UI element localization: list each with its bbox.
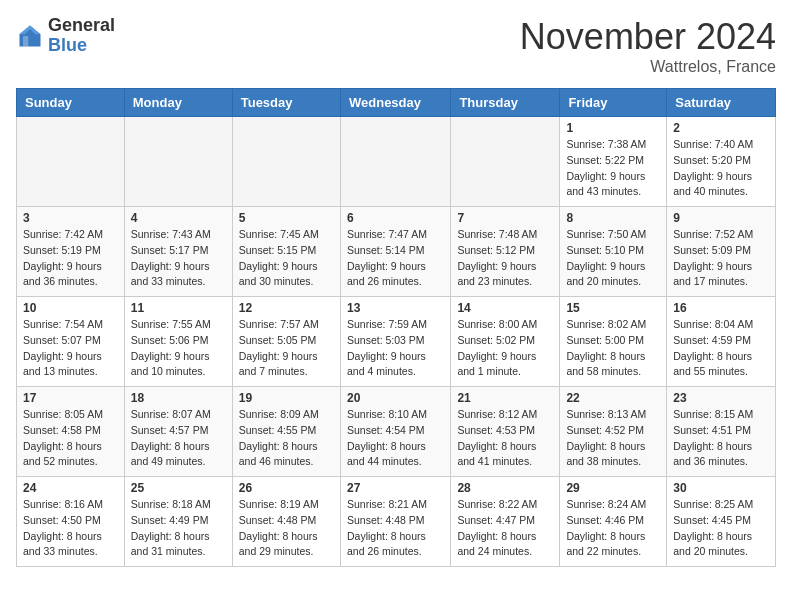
month-title: November 2024 bbox=[520, 16, 776, 58]
day-info: Sunrise: 7:52 AMSunset: 5:09 PMDaylight:… bbox=[673, 227, 769, 290]
day-number: 6 bbox=[347, 211, 444, 225]
calendar-cell: 9Sunrise: 7:52 AMSunset: 5:09 PMDaylight… bbox=[667, 207, 776, 297]
logo-text: General Blue bbox=[48, 16, 115, 56]
calendar-week-2: 3Sunrise: 7:42 AMSunset: 5:19 PMDaylight… bbox=[17, 207, 776, 297]
calendar-week-4: 17Sunrise: 8:05 AMSunset: 4:58 PMDayligh… bbox=[17, 387, 776, 477]
calendar-cell: 27Sunrise: 8:21 AMSunset: 4:48 PMDayligh… bbox=[340, 477, 450, 567]
day-info: Sunrise: 7:48 AMSunset: 5:12 PMDaylight:… bbox=[457, 227, 553, 290]
day-number: 22 bbox=[566, 391, 660, 405]
day-header-tuesday: Tuesday bbox=[232, 89, 340, 117]
day-info: Sunrise: 7:42 AMSunset: 5:19 PMDaylight:… bbox=[23, 227, 118, 290]
calendar-cell: 21Sunrise: 8:12 AMSunset: 4:53 PMDayligh… bbox=[451, 387, 560, 477]
day-info: Sunrise: 8:02 AMSunset: 5:00 PMDaylight:… bbox=[566, 317, 660, 380]
day-number: 15 bbox=[566, 301, 660, 315]
day-info: Sunrise: 8:18 AMSunset: 4:49 PMDaylight:… bbox=[131, 497, 226, 560]
calendar-cell: 22Sunrise: 8:13 AMSunset: 4:52 PMDayligh… bbox=[560, 387, 667, 477]
day-number: 20 bbox=[347, 391, 444, 405]
day-number: 1 bbox=[566, 121, 660, 135]
day-number: 4 bbox=[131, 211, 226, 225]
day-header-monday: Monday bbox=[124, 89, 232, 117]
logo-icon bbox=[16, 22, 44, 50]
day-number: 30 bbox=[673, 481, 769, 495]
calendar-cell: 6Sunrise: 7:47 AMSunset: 5:14 PMDaylight… bbox=[340, 207, 450, 297]
calendar-cell: 4Sunrise: 7:43 AMSunset: 5:17 PMDaylight… bbox=[124, 207, 232, 297]
calendar-cell bbox=[17, 117, 125, 207]
day-header-friday: Friday bbox=[560, 89, 667, 117]
calendar-cell bbox=[451, 117, 560, 207]
svg-rect-2 bbox=[23, 36, 28, 47]
day-number: 3 bbox=[23, 211, 118, 225]
day-number: 18 bbox=[131, 391, 226, 405]
calendar-cell: 28Sunrise: 8:22 AMSunset: 4:47 PMDayligh… bbox=[451, 477, 560, 567]
calendar-cell: 1Sunrise: 7:38 AMSunset: 5:22 PMDaylight… bbox=[560, 117, 667, 207]
day-number: 27 bbox=[347, 481, 444, 495]
day-number: 16 bbox=[673, 301, 769, 315]
logo-general: General bbox=[48, 16, 115, 36]
day-info: Sunrise: 8:09 AMSunset: 4:55 PMDaylight:… bbox=[239, 407, 334, 470]
calendar-cell: 24Sunrise: 8:16 AMSunset: 4:50 PMDayligh… bbox=[17, 477, 125, 567]
day-info: Sunrise: 8:16 AMSunset: 4:50 PMDaylight:… bbox=[23, 497, 118, 560]
day-number: 11 bbox=[131, 301, 226, 315]
day-number: 29 bbox=[566, 481, 660, 495]
day-number: 14 bbox=[457, 301, 553, 315]
day-number: 2 bbox=[673, 121, 769, 135]
calendar-cell: 15Sunrise: 8:02 AMSunset: 5:00 PMDayligh… bbox=[560, 297, 667, 387]
calendar-cell bbox=[232, 117, 340, 207]
calendar-cell: 8Sunrise: 7:50 AMSunset: 5:10 PMDaylight… bbox=[560, 207, 667, 297]
day-number: 24 bbox=[23, 481, 118, 495]
calendar-cell: 16Sunrise: 8:04 AMSunset: 4:59 PMDayligh… bbox=[667, 297, 776, 387]
calendar-cell: 11Sunrise: 7:55 AMSunset: 5:06 PMDayligh… bbox=[124, 297, 232, 387]
day-info: Sunrise: 8:07 AMSunset: 4:57 PMDaylight:… bbox=[131, 407, 226, 470]
calendar-week-1: 1Sunrise: 7:38 AMSunset: 5:22 PMDaylight… bbox=[17, 117, 776, 207]
day-number: 23 bbox=[673, 391, 769, 405]
calendar-cell: 13Sunrise: 7:59 AMSunset: 5:03 PMDayligh… bbox=[340, 297, 450, 387]
calendar-cell: 26Sunrise: 8:19 AMSunset: 4:48 PMDayligh… bbox=[232, 477, 340, 567]
calendar-week-3: 10Sunrise: 7:54 AMSunset: 5:07 PMDayligh… bbox=[17, 297, 776, 387]
calendar-cell: 23Sunrise: 8:15 AMSunset: 4:51 PMDayligh… bbox=[667, 387, 776, 477]
calendar-cell: 29Sunrise: 8:24 AMSunset: 4:46 PMDayligh… bbox=[560, 477, 667, 567]
day-info: Sunrise: 8:21 AMSunset: 4:48 PMDaylight:… bbox=[347, 497, 444, 560]
day-info: Sunrise: 8:19 AMSunset: 4:48 PMDaylight:… bbox=[239, 497, 334, 560]
calendar-cell: 30Sunrise: 8:25 AMSunset: 4:45 PMDayligh… bbox=[667, 477, 776, 567]
logo: General Blue bbox=[16, 16, 115, 56]
day-number: 10 bbox=[23, 301, 118, 315]
calendar-cell: 20Sunrise: 8:10 AMSunset: 4:54 PMDayligh… bbox=[340, 387, 450, 477]
day-info: Sunrise: 8:15 AMSunset: 4:51 PMDaylight:… bbox=[673, 407, 769, 470]
day-info: Sunrise: 8:12 AMSunset: 4:53 PMDaylight:… bbox=[457, 407, 553, 470]
logo-blue: Blue bbox=[48, 36, 115, 56]
calendar-cell: 10Sunrise: 7:54 AMSunset: 5:07 PMDayligh… bbox=[17, 297, 125, 387]
day-number: 8 bbox=[566, 211, 660, 225]
calendar-cell: 12Sunrise: 7:57 AMSunset: 5:05 PMDayligh… bbox=[232, 297, 340, 387]
day-header-sunday: Sunday bbox=[17, 89, 125, 117]
day-number: 13 bbox=[347, 301, 444, 315]
day-header-saturday: Saturday bbox=[667, 89, 776, 117]
day-info: Sunrise: 7:40 AMSunset: 5:20 PMDaylight:… bbox=[673, 137, 769, 200]
location: Wattrelos, France bbox=[520, 58, 776, 76]
day-number: 12 bbox=[239, 301, 334, 315]
calendar-cell bbox=[340, 117, 450, 207]
day-info: Sunrise: 7:43 AMSunset: 5:17 PMDaylight:… bbox=[131, 227, 226, 290]
calendar-cell: 5Sunrise: 7:45 AMSunset: 5:15 PMDaylight… bbox=[232, 207, 340, 297]
day-info: Sunrise: 7:55 AMSunset: 5:06 PMDaylight:… bbox=[131, 317, 226, 380]
calendar-cell: 17Sunrise: 8:05 AMSunset: 4:58 PMDayligh… bbox=[17, 387, 125, 477]
calendar-cell: 7Sunrise: 7:48 AMSunset: 5:12 PMDaylight… bbox=[451, 207, 560, 297]
day-info: Sunrise: 7:38 AMSunset: 5:22 PMDaylight:… bbox=[566, 137, 660, 200]
calendar-week-5: 24Sunrise: 8:16 AMSunset: 4:50 PMDayligh… bbox=[17, 477, 776, 567]
day-number: 28 bbox=[457, 481, 553, 495]
day-info: Sunrise: 7:54 AMSunset: 5:07 PMDaylight:… bbox=[23, 317, 118, 380]
day-info: Sunrise: 7:45 AMSunset: 5:15 PMDaylight:… bbox=[239, 227, 334, 290]
calendar-header-row: SundayMondayTuesdayWednesdayThursdayFrid… bbox=[17, 89, 776, 117]
calendar-cell: 19Sunrise: 8:09 AMSunset: 4:55 PMDayligh… bbox=[232, 387, 340, 477]
title-block: November 2024 Wattrelos, France bbox=[520, 16, 776, 76]
calendar-cell: 2Sunrise: 7:40 AMSunset: 5:20 PMDaylight… bbox=[667, 117, 776, 207]
day-number: 5 bbox=[239, 211, 334, 225]
day-info: Sunrise: 8:05 AMSunset: 4:58 PMDaylight:… bbox=[23, 407, 118, 470]
day-info: Sunrise: 8:00 AMSunset: 5:02 PMDaylight:… bbox=[457, 317, 553, 380]
day-info: Sunrise: 8:13 AMSunset: 4:52 PMDaylight:… bbox=[566, 407, 660, 470]
day-info: Sunrise: 8:25 AMSunset: 4:45 PMDaylight:… bbox=[673, 497, 769, 560]
day-info: Sunrise: 7:57 AMSunset: 5:05 PMDaylight:… bbox=[239, 317, 334, 380]
page-header: General Blue November 2024 Wattrelos, Fr… bbox=[16, 16, 776, 76]
day-number: 7 bbox=[457, 211, 553, 225]
day-number: 21 bbox=[457, 391, 553, 405]
calendar-cell: 18Sunrise: 8:07 AMSunset: 4:57 PMDayligh… bbox=[124, 387, 232, 477]
